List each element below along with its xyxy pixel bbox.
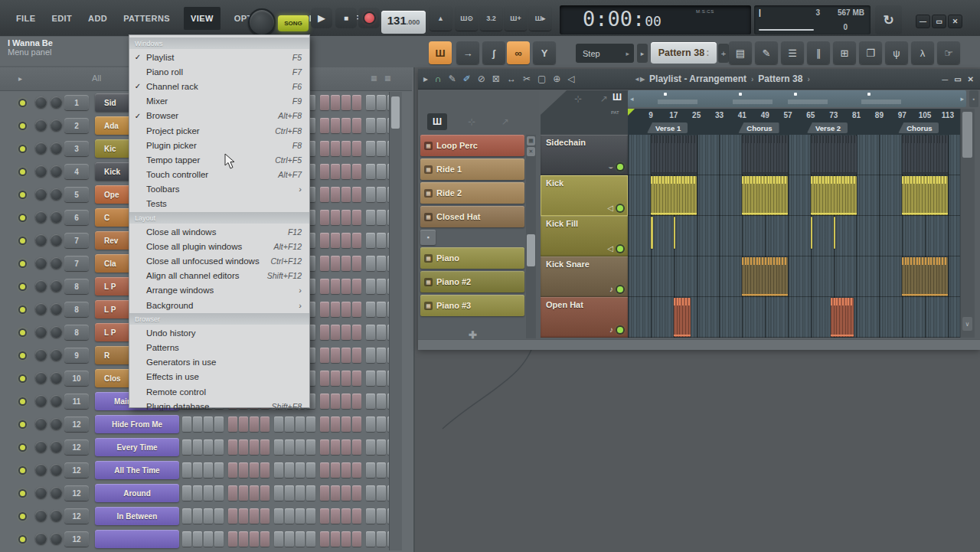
step-cell[interactable] (366, 95, 375, 110)
plugin-database-window-button[interactable]: ψ (885, 41, 908, 64)
channel-pan-knob[interactable] (35, 234, 47, 246)
smart-disable-button[interactable]: ↻ (875, 5, 902, 34)
shuffle-knob[interactable] (248, 8, 276, 36)
step-cell[interactable] (274, 508, 283, 524)
channel-mute-led[interactable] (20, 238, 25, 243)
menu-item-browser[interactable]: ✓BrowserAlt+F8 (129, 109, 309, 123)
menu-item-project-picker[interactable]: Project pickerCtrl+F8 (129, 123, 309, 138)
zoom-tool-icon[interactable]: ⊕ (553, 73, 560, 84)
channel-mixer-track-number[interactable]: 12 (64, 462, 89, 478)
menu-item-close-all-plugin-windows[interactable]: Close all plugin windowsAlt+F12 (129, 239, 309, 253)
step-cell[interactable] (341, 256, 351, 271)
step-cell[interactable] (366, 485, 375, 501)
step-cell[interactable] (331, 348, 340, 363)
step-cell[interactable] (193, 462, 202, 478)
channel-volume-knob[interactable] (51, 234, 62, 246)
step-cell[interactable] (228, 485, 237, 501)
channel-name-button[interactable]: Around (95, 484, 179, 502)
step-cell[interactable] (377, 348, 386, 363)
menu-item-tests[interactable]: Tests (129, 197, 309, 211)
playlist-clip[interactable] (742, 136, 788, 175)
step-cell[interactable] (366, 210, 375, 225)
step-cell[interactable] (274, 485, 283, 501)
step-cell[interactable] (320, 508, 329, 524)
playlist-clip[interactable] (902, 136, 948, 175)
step-cell[interactable] (239, 531, 248, 547)
step-cell[interactable] (352, 485, 361, 501)
step-cell[interactable] (377, 95, 386, 110)
menu-item-mixer[interactable]: MixerF9 (129, 94, 309, 109)
note-slide-button[interactable]: ʃ (482, 41, 505, 64)
channel-mixer-track-number[interactable]: 7 (64, 233, 89, 248)
tempo-display[interactable]: 131.000 (381, 11, 426, 34)
menu-item-plugin-picker[interactable]: Plugin pickerF8 (129, 138, 309, 152)
step-cell[interactable] (352, 279, 361, 294)
picker-separator-item[interactable]: ▪ (420, 230, 436, 245)
menubar-item-view[interactable]: VIEW (184, 7, 220, 30)
menu-item-plugin-database[interactable]: Plugin databaseShift+F8 (129, 399, 309, 413)
snap-magnet-icon[interactable]: ∩ (435, 73, 442, 84)
step-cell[interactable] (341, 508, 351, 524)
picker-pattern-item[interactable]: ▦Piano #2 (420, 271, 524, 292)
pattern-arrow-button[interactable]: ▸ (637, 44, 648, 63)
delete-tool-icon[interactable]: ⊘ (478, 73, 485, 84)
typing-keyboard-window-button[interactable]: ☞ (937, 41, 960, 64)
channel-mixer-track-number[interactable]: 5 (64, 187, 89, 202)
step-cell[interactable] (366, 164, 375, 179)
playlist-scroll-down-button[interactable]: ∨ (962, 317, 972, 331)
channel-mute-led[interactable] (20, 215, 25, 220)
channel-volume-knob[interactable] (51, 464, 62, 475)
step-cell[interactable] (239, 508, 248, 524)
pattern-selector[interactable]: Pattern 38 : (651, 42, 717, 64)
menu-item-playlist[interactable]: ✓PlaylistF5 (129, 50, 309, 64)
step-cell[interactable] (366, 508, 375, 524)
step-cell[interactable] (331, 279, 340, 294)
channel-name-button[interactable]: Hide From Me (95, 415, 179, 433)
step-cell[interactable] (331, 233, 340, 248)
step-cell[interactable] (341, 348, 351, 363)
step-cell[interactable] (331, 462, 340, 478)
step-cell[interactable] (296, 508, 305, 524)
playlist-menu-arrow-icon[interactable]: ▸ (423, 73, 428, 84)
step-cell[interactable] (285, 462, 294, 478)
channel-volume-knob[interactable] (51, 326, 62, 338)
step-cell[interactable] (320, 462, 329, 478)
step-cell[interactable] (228, 416, 237, 432)
channel-mixer-track-number[interactable]: 8 (64, 302, 89, 317)
step-cell[interactable] (341, 95, 351, 110)
step-cell[interactable] (320, 256, 329, 271)
step-cell[interactable] (331, 210, 340, 225)
channel-volume-knob[interactable] (51, 119, 62, 131)
channel-pan-knob[interactable] (35, 119, 47, 131)
step-cell[interactable] (214, 439, 224, 455)
step-cell[interactable] (377, 325, 386, 340)
picker-scroll-grid-button[interactable]: ▦ (527, 136, 535, 145)
channel-mixer-track-number[interactable]: 6 (64, 210, 89, 225)
menu-item-piano-roll[interactable]: Piano rollF7 (129, 64, 309, 79)
step-cell[interactable] (377, 416, 386, 432)
step-cell[interactable] (352, 439, 361, 455)
step-cell[interactable] (228, 531, 237, 547)
playlist-close-button[interactable]: ✕ (968, 75, 974, 83)
step-cell[interactable] (320, 141, 329, 156)
step-cell[interactable] (352, 325, 361, 340)
playlist-clip[interactable] (902, 257, 948, 296)
step-cell[interactable] (306, 462, 315, 478)
channel-mute-led[interactable] (20, 100, 25, 106)
channel-mixer-track-number[interactable]: 4 (64, 164, 89, 179)
step-cell[interactable] (377, 485, 386, 501)
step-cell[interactable] (193, 416, 202, 432)
channel-mute-led[interactable] (20, 468, 25, 473)
step-cell[interactable] (320, 485, 329, 501)
maximize-button[interactable]: ▭ (932, 15, 946, 28)
step-cell[interactable] (377, 508, 386, 524)
piano-roll-window-button[interactable]: ✎ (755, 41, 778, 64)
step-cell[interactable] (239, 439, 248, 455)
channel-pan-knob[interactable] (35, 418, 47, 430)
channel-mixer-track-number[interactable]: 12 (64, 531, 89, 547)
step-cell[interactable] (182, 531, 191, 547)
step-cell[interactable] (250, 508, 259, 524)
menu-item-background[interactable]: Background› (129, 298, 309, 312)
step-cell[interactable] (331, 508, 340, 524)
step-cell[interactable] (306, 508, 315, 524)
